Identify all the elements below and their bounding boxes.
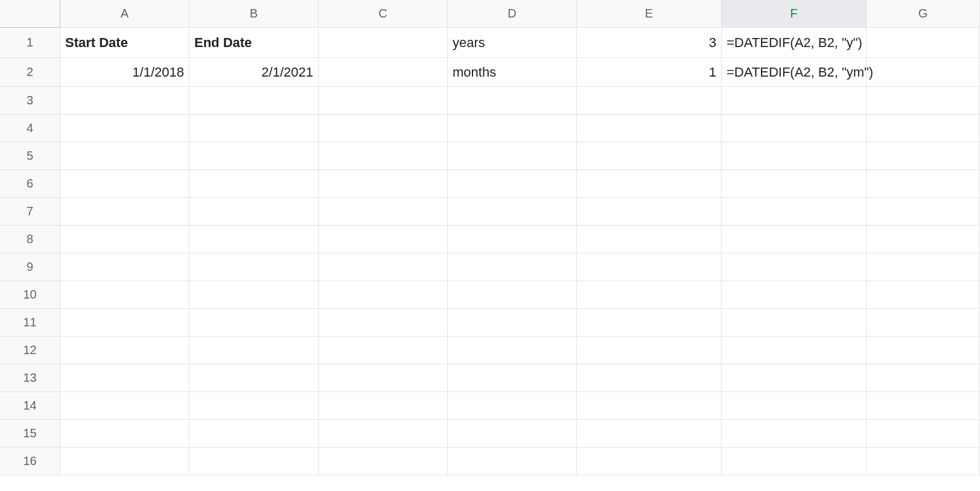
cell-B2[interactable]: 2/1/2021 <box>189 58 319 87</box>
cell-C1[interactable] <box>319 28 448 58</box>
cell-E8[interactable] <box>577 226 722 253</box>
cell-D14[interactable] <box>448 392 577 420</box>
row-header-5[interactable]: 5 <box>0 142 60 170</box>
cell-D6[interactable] <box>448 170 577 198</box>
cell-F6[interactable] <box>722 170 867 198</box>
cell-C4[interactable] <box>319 115 448 142</box>
cell-A2[interactable]: 1/1/2018 <box>60 58 189 87</box>
cell-B4[interactable] <box>189 115 319 142</box>
cell-G16[interactable] <box>867 448 980 475</box>
row-header-10[interactable]: 10 <box>0 281 60 309</box>
cell-F10[interactable] <box>722 281 867 309</box>
col-header-F[interactable]: F <box>722 0 867 28</box>
cell-G14[interactable] <box>867 392 980 420</box>
cell-C3[interactable] <box>319 87 448 115</box>
cell-E2[interactable]: 1 <box>577 58 722 87</box>
row-header-7[interactable]: 7 <box>0 198 60 226</box>
cell-C2[interactable] <box>319 58 448 87</box>
cell-B5[interactable] <box>189 142 319 170</box>
cell-D13[interactable] <box>448 364 577 392</box>
cell-C10[interactable] <box>319 281 448 309</box>
cell-A12[interactable] <box>60 337 189 364</box>
cell-G8[interactable] <box>867 226 980 253</box>
cell-C8[interactable] <box>319 226 448 253</box>
cell-B16[interactable] <box>189 448 319 475</box>
col-header-A[interactable]: A <box>60 0 189 28</box>
cell-A8[interactable] <box>60 226 189 253</box>
cell-B3[interactable] <box>189 87 319 115</box>
cell-F4[interactable] <box>722 115 867 142</box>
cell-B9[interactable] <box>189 253 319 281</box>
cell-C11[interactable] <box>319 309 448 337</box>
cell-F7[interactable] <box>722 198 867 226</box>
cell-F8[interactable] <box>722 226 867 253</box>
select-all-corner[interactable] <box>0 0 60 28</box>
cell-E6[interactable] <box>577 170 722 198</box>
cell-E9[interactable] <box>577 253 722 281</box>
cell-G15[interactable] <box>867 420 980 448</box>
cell-C13[interactable] <box>319 364 448 392</box>
cell-C6[interactable] <box>319 170 448 198</box>
cell-E11[interactable] <box>577 309 722 337</box>
cell-G10[interactable] <box>867 281 980 309</box>
cell-B15[interactable] <box>189 420 319 448</box>
cell-E5[interactable] <box>577 142 722 170</box>
cell-A6[interactable] <box>60 170 189 198</box>
cell-E16[interactable] <box>577 448 722 475</box>
cell-E12[interactable] <box>577 337 722 364</box>
col-header-B[interactable]: B <box>189 0 319 28</box>
cell-B8[interactable] <box>189 226 319 253</box>
cell-C16[interactable] <box>319 448 448 475</box>
row-header-1[interactable]: 1 <box>0 28 60 58</box>
cell-E15[interactable] <box>577 420 722 448</box>
cell-A10[interactable] <box>60 281 189 309</box>
cell-D4[interactable] <box>448 115 577 142</box>
cell-G11[interactable] <box>867 309 980 337</box>
cell-D15[interactable] <box>448 420 577 448</box>
cell-D12[interactable] <box>448 337 577 364</box>
cell-F13[interactable] <box>722 364 867 392</box>
cell-A1[interactable]: Start Date <box>60 28 189 58</box>
cell-F5[interactable] <box>722 142 867 170</box>
cell-D7[interactable] <box>448 198 577 226</box>
row-header-13[interactable]: 13 <box>0 364 60 392</box>
cell-G6[interactable] <box>867 170 980 198</box>
col-header-C[interactable]: C <box>319 0 448 28</box>
cell-C7[interactable] <box>319 198 448 226</box>
cell-D9[interactable] <box>448 253 577 281</box>
cell-B14[interactable] <box>189 392 319 420</box>
cell-C12[interactable] <box>319 337 448 364</box>
row-header-8[interactable]: 8 <box>0 226 60 253</box>
row-header-15[interactable]: 15 <box>0 420 60 448</box>
row-header-6[interactable]: 6 <box>0 170 60 198</box>
cell-B13[interactable] <box>189 364 319 392</box>
cell-D3[interactable] <box>448 87 577 115</box>
cell-G7[interactable] <box>867 198 980 226</box>
cell-C9[interactable] <box>319 253 448 281</box>
row-header-4[interactable]: 4 <box>0 115 60 142</box>
col-header-G[interactable]: G <box>867 0 980 28</box>
cell-D16[interactable] <box>448 448 577 475</box>
spreadsheet-grid[interactable]: A B C D E F G 1 Start Date End Date year… <box>0 0 980 491</box>
cell-D5[interactable] <box>448 142 577 170</box>
cell-D11[interactable] <box>448 309 577 337</box>
cell-E3[interactable] <box>577 87 722 115</box>
cell-A4[interactable] <box>60 115 189 142</box>
cell-F1[interactable]: =DATEDIF(A2, B2, "y") <box>722 28 867 58</box>
cell-F15[interactable] <box>722 420 867 448</box>
cell-F3[interactable] <box>722 87 867 115</box>
cell-A14[interactable] <box>60 392 189 420</box>
cell-C15[interactable] <box>319 420 448 448</box>
cell-A13[interactable] <box>60 364 189 392</box>
cell-D1[interactable]: years <box>448 28 577 58</box>
row-header-2[interactable]: 2 <box>0 58 60 87</box>
cell-C14[interactable] <box>319 392 448 420</box>
cell-C5[interactable] <box>319 142 448 170</box>
cell-G1[interactable] <box>867 28 980 58</box>
cell-E1[interactable]: 3 <box>577 28 722 58</box>
row-header-14[interactable]: 14 <box>0 392 60 420</box>
col-header-E[interactable]: E <box>577 0 722 28</box>
cell-E13[interactable] <box>577 364 722 392</box>
cell-D8[interactable] <box>448 226 577 253</box>
cell-A9[interactable] <box>60 253 189 281</box>
